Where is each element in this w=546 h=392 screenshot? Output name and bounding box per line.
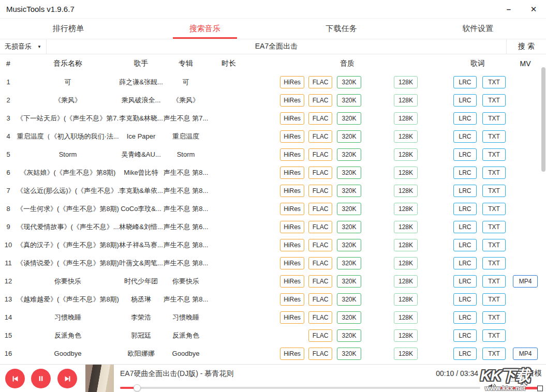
- hires-download-button[interactable]: HiRes: [280, 130, 304, 143]
- hires-download-button[interactable]: HiRes: [280, 94, 304, 107]
- lrc-download-button[interactable]: LRC: [453, 112, 477, 125]
- 128k-download-button[interactable]: 128K: [394, 239, 418, 251]
- hires-download-button[interactable]: HiRes: [280, 185, 304, 197]
- flac-download-button[interactable]: FLAC: [308, 76, 332, 88]
- close-button[interactable]: ✕: [521, 0, 546, 19]
- 320k-download-button[interactable]: 320K: [337, 293, 361, 306]
- txt-download-button[interactable]: TXT: [482, 257, 506, 269]
- 128k-download-button[interactable]: 128K: [394, 76, 418, 88]
- 128k-download-button[interactable]: 128K: [394, 94, 418, 107]
- previous-track-button[interactable]: [5, 369, 25, 388]
- 320k-download-button[interactable]: 320K: [337, 257, 361, 269]
- lrc-download-button[interactable]: LRC: [453, 311, 477, 324]
- lrc-download-button[interactable]: LRC: [453, 203, 477, 215]
- search-input[interactable]: [47, 39, 506, 54]
- flac-download-button[interactable]: FLAC: [308, 130, 332, 143]
- lrc-download-button[interactable]: LRC: [453, 148, 477, 161]
- 320k-download-button[interactable]: 320K: [337, 329, 361, 342]
- tab-download-tasks[interactable]: 下载任务: [273, 19, 410, 39]
- hires-download-button[interactable]: HiRes: [280, 348, 304, 360]
- lrc-download-button[interactable]: LRC: [453, 348, 477, 360]
- txt-download-button[interactable]: TXT: [482, 148, 506, 161]
- txt-download-button[interactable]: TXT: [482, 293, 506, 306]
- 128k-download-button[interactable]: 128K: [394, 293, 418, 306]
- hires-download-button[interactable]: HiRes: [280, 275, 304, 288]
- progress-knob[interactable]: [134, 384, 141, 391]
- txt-download-button[interactable]: TXT: [482, 185, 506, 197]
- hires-download-button[interactable]: HiRes: [280, 221, 304, 233]
- lrc-download-button[interactable]: LRC: [453, 76, 477, 88]
- 128k-download-button[interactable]: 128K: [394, 221, 418, 233]
- tab-settings[interactable]: 软件设置: [409, 19, 546, 39]
- 128k-download-button[interactable]: 128K: [394, 167, 418, 179]
- lrc-download-button[interactable]: LRC: [453, 293, 477, 306]
- 320k-download-button[interactable]: 320K: [337, 94, 361, 107]
- mute-checkbox[interactable]: [510, 374, 517, 382]
- flac-download-button[interactable]: FLAC: [308, 148, 332, 161]
- hires-download-button[interactable]: HiRes: [280, 203, 304, 215]
- txt-download-button[interactable]: TXT: [482, 239, 506, 251]
- txt-download-button[interactable]: TXT: [482, 130, 506, 143]
- 320k-download-button[interactable]: 320K: [337, 348, 361, 360]
- 320k-download-button[interactable]: 320K: [337, 239, 361, 251]
- scrollbar-thumb[interactable]: [541, 67, 545, 172]
- flac-download-button[interactable]: FLAC: [308, 293, 332, 306]
- flac-download-button[interactable]: FLAC: [308, 112, 332, 125]
- flac-download-button[interactable]: FLAC: [308, 167, 332, 179]
- 320k-download-button[interactable]: 320K: [337, 203, 361, 215]
- txt-download-button[interactable]: TXT: [482, 329, 506, 342]
- hires-download-button[interactable]: HiRes: [280, 293, 304, 306]
- 320k-download-button[interactable]: 320K: [337, 148, 361, 161]
- txt-download-button[interactable]: TXT: [482, 311, 506, 324]
- volume-slider[interactable]: [500, 387, 540, 389]
- source-dropdown[interactable]: 无损音乐 ▼: [0, 39, 47, 54]
- txt-download-button[interactable]: TXT: [482, 76, 506, 88]
- txt-download-button[interactable]: TXT: [482, 112, 506, 125]
- hires-download-button[interactable]: HiRes: [280, 112, 304, 125]
- hires-download-button[interactable]: HiRes: [280, 167, 304, 179]
- flac-download-button[interactable]: FLAC: [308, 329, 332, 342]
- flac-download-button[interactable]: FLAC: [308, 239, 332, 251]
- pause-button[interactable]: [31, 369, 51, 388]
- flac-download-button[interactable]: FLAC: [308, 348, 332, 360]
- 320k-download-button[interactable]: 320K: [337, 221, 361, 233]
- 128k-download-button[interactable]: 128K: [394, 348, 418, 360]
- flac-download-button[interactable]: FLAC: [308, 311, 332, 324]
- 128k-download-button[interactable]: 128K: [394, 275, 418, 288]
- tab-rankings[interactable]: 排行榜单: [0, 19, 137, 39]
- txt-download-button[interactable]: TXT: [482, 221, 506, 233]
- mp4-download-button[interactable]: MP4: [513, 275, 538, 288]
- progress-bar[interactable]: [120, 387, 480, 389]
- lrc-download-button[interactable]: LRC: [453, 239, 477, 251]
- lrc-download-button[interactable]: LRC: [453, 329, 477, 342]
- 320k-download-button[interactable]: 320K: [337, 185, 361, 197]
- flac-download-button[interactable]: FLAC: [308, 94, 332, 107]
- lrc-download-button[interactable]: LRC: [453, 275, 477, 288]
- flac-download-button[interactable]: FLAC: [308, 257, 332, 269]
- lrc-download-button[interactable]: LRC: [453, 257, 477, 269]
- lrc-download-button[interactable]: LRC: [453, 94, 477, 107]
- 320k-download-button[interactable]: 320K: [337, 130, 361, 143]
- lrc-download-button[interactable]: LRC: [453, 221, 477, 233]
- 128k-download-button[interactable]: 128K: [394, 329, 418, 342]
- 128k-download-button[interactable]: 128K: [394, 112, 418, 125]
- txt-download-button[interactable]: TXT: [482, 348, 506, 360]
- 128k-download-button[interactable]: 128K: [394, 130, 418, 143]
- hires-download-button[interactable]: HiRes: [280, 76, 304, 88]
- 320k-download-button[interactable]: 320K: [337, 167, 361, 179]
- flac-download-button[interactable]: FLAC: [308, 203, 332, 215]
- 320k-download-button[interactable]: 320K: [337, 311, 361, 324]
- next-track-button[interactable]: [57, 369, 77, 388]
- 320k-download-button[interactable]: 320K: [337, 275, 361, 288]
- search-button[interactable]: 搜 索: [506, 39, 546, 54]
- tab-search-music[interactable]: 搜索音乐: [137, 19, 273, 39]
- txt-download-button[interactable]: TXT: [482, 94, 506, 107]
- flac-download-button[interactable]: FLAC: [308, 185, 332, 197]
- minimize-button[interactable]: –: [496, 0, 521, 19]
- hires-download-button[interactable]: HiRes: [280, 257, 304, 269]
- hires-download-button[interactable]: HiRes: [280, 239, 304, 251]
- 128k-download-button[interactable]: 128K: [394, 311, 418, 324]
- 320k-download-button[interactable]: 320K: [337, 76, 361, 88]
- lrc-download-button[interactable]: LRC: [453, 167, 477, 179]
- hires-download-button[interactable]: HiRes: [280, 311, 304, 324]
